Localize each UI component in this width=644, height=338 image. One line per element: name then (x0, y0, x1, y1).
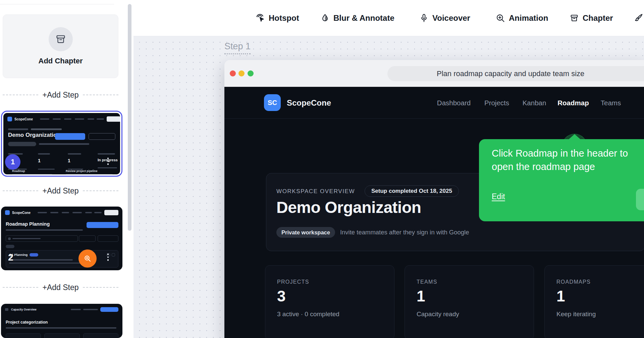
add-chapter-button[interactable]: Add Chapter (3, 14, 118, 78)
skeleton-bar (88, 118, 94, 120)
nav-projects[interactable]: Projects (484, 87, 509, 119)
tooltip-next-button[interactable] (636, 189, 644, 210)
effects-toolbar: Hotspot Blur & Annotate Voiceover Animat… (133, 0, 644, 36)
hotspot-tool-button[interactable]: Hotspot (255, 0, 299, 36)
mini-status-badge (30, 253, 38, 257)
step-menu-button[interactable] (105, 253, 111, 261)
mini-tag (6, 245, 14, 248)
mini-topbar-right (71, 307, 118, 312)
skeleton-bar (68, 153, 81, 155)
stat-label: ROADMAPS (556, 279, 591, 285)
mini-stat-value: 1 (38, 158, 65, 163)
mini-list-item: Roadmap (12, 169, 25, 173)
mini-signout-button (107, 116, 120, 122)
skeleton-bar (75, 118, 84, 120)
tooltip-text-line2: open the roadmap page (492, 161, 595, 172)
blur-annotate-tool-button[interactable]: Blur & Annotate (320, 0, 394, 36)
skeleton-bar (5, 308, 8, 311)
zoom-effect-button[interactable] (78, 249, 97, 268)
private-workspace-pill: Private workspace (276, 227, 335, 238)
maximize-traffic-light[interactable] (248, 70, 254, 76)
sidebar-divider (0, 4, 114, 4)
skeleton-bar (64, 118, 71, 120)
nav-roadmap[interactable]: Roadmap (557, 87, 589, 119)
tool-label: Blur & Annotate (333, 13, 394, 23)
nav-teams[interactable]: Teams (601, 87, 621, 119)
skeleton-bar (6, 229, 83, 231)
window-titlebar: Plan roadmap capacity and update team si… (224, 60, 644, 87)
teams-stat-card: TEAMS 1 Capacity ready (405, 265, 534, 338)
tooltip-edit-link[interactable]: Edit (492, 192, 505, 201)
chapter-tool-button[interactable]: Chapter (570, 0, 613, 36)
tool-label: Hotspot (269, 13, 299, 23)
add-step-button[interactable]: +Add Step (3, 89, 118, 101)
mini-page-title: Demo Organization (8, 132, 60, 138)
add-step-button[interactable]: +Add Step (3, 185, 118, 196)
step-3-thumbnail-screen: Capacity Overview Project categorization (1, 304, 122, 338)
mini-page-title: Project categorization (6, 320, 48, 325)
scopecone-logo: SC (264, 94, 281, 111)
projects-stat-card: PROJECTS 3 3 active · 0 completed (265, 265, 394, 338)
dashed-divider (3, 95, 38, 95)
dashed-divider (3, 287, 38, 288)
mini-nav-right (94, 210, 118, 215)
stat-value: 1 (417, 287, 425, 305)
tooltip-text-line1: Click Roadmap in the header to (492, 148, 628, 159)
paintbrush-tool-button[interactable] (633, 0, 643, 36)
stat-value: 1 (556, 287, 565, 305)
minimize-traffic-light[interactable] (238, 70, 245, 76)
stat-subtext: Capacity ready (417, 311, 459, 318)
mini-workspace-pill (8, 142, 36, 146)
workspace-meta-row: Private workspace Invite teammates after… (276, 227, 469, 238)
skeleton-bar (71, 309, 81, 310)
nav-dashboard[interactable]: Dashboard (437, 87, 471, 119)
stat-subtext: Keep iterating (556, 311, 596, 318)
step-title-input[interactable]: Step 1 (224, 41, 251, 54)
mini-topbar-title: Capacity Overview (11, 308, 37, 311)
add-chapter-label: Add Chapter (39, 57, 83, 65)
setup-completed-badge: Setup completed Oct 18, 2025 (365, 185, 459, 197)
step-number-badge: 1 (5, 154, 20, 170)
step-menu-button[interactable] (105, 158, 111, 165)
mini-primary-button (100, 307, 118, 312)
zoom-in-icon (496, 13, 505, 23)
skeleton-bar (12, 238, 41, 239)
nav-kanban[interactable]: Kanban (523, 87, 546, 119)
animation-tool-button[interactable]: Animation (496, 0, 548, 36)
mini-card (44, 333, 79, 338)
workspace-title: Demo Organization (276, 198, 421, 217)
tooltip-arrow (569, 134, 580, 139)
step-3-thumbnail[interactable]: Capacity Overview Project categorization (1, 304, 122, 338)
step-1-thumbnail[interactable]: ScopeCone Demo Organization (1, 111, 122, 177)
tool-label: Animation (509, 13, 548, 23)
window-caption: Plan roadmap capacity and update team si… (437, 66, 584, 81)
add-step-button[interactable]: +Add Step (3, 282, 118, 293)
step-2-thumbnail[interactable]: ScopeCone Roadmap Planning (1, 207, 122, 270)
mini-primary-button (87, 222, 118, 228)
mini-category-cards (6, 333, 118, 338)
mini-logo-icon (5, 210, 10, 215)
skeleton-bar (31, 128, 62, 130)
skeleton-bar (38, 169, 55, 170)
tool-label: Chapter (583, 13, 613, 23)
editor-viewport: Add Chapter +Add Step ScopeCone (0, 0, 644, 338)
skeleton-bar (83, 309, 98, 310)
skeleton-bar (66, 174, 113, 174)
skeleton-bar (8, 128, 28, 130)
sidebar-scrollbar[interactable] (128, 4, 131, 231)
voiceover-tool-button[interactable]: Voiceover (419, 0, 470, 36)
mini-roadmap-card: Q1 Planning (6, 250, 118, 268)
mini-stat: 1 (38, 150, 65, 171)
close-traffic-light[interactable] (230, 70, 236, 76)
skeleton-bar (6, 327, 116, 329)
step-1-thumbnail-screen: ScopeCone Demo Organization (3, 113, 120, 174)
roadmaps-stat-card: ROADMAPS 1 Keep iterating (544, 265, 644, 338)
invite-note: Invite teammates after they sign in with… (340, 229, 469, 236)
skeleton-bar (94, 212, 102, 213)
mini-search-input (6, 235, 78, 242)
mini-invite-button (55, 133, 85, 140)
mini-card-header: Q1 Planning (9, 253, 115, 257)
address-pill: Plan roadmap capacity and update team si… (387, 66, 644, 81)
droplet-blur-icon (320, 13, 330, 23)
steps-sidebar: Add Chapter +Add Step ScopeCone (0, 0, 133, 338)
